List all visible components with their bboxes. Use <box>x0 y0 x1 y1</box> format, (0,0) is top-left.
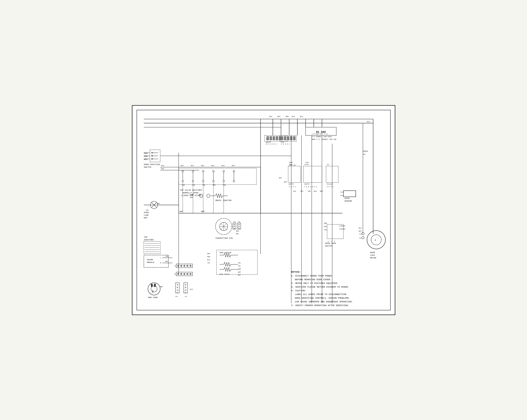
notice-title: NOTICE: <box>291 270 301 273</box>
top-ignitors-label-2: IGNITORS <box>144 239 154 241</box>
blu-motor: BLU <box>359 227 362 229</box>
vio-dls: VIO <box>324 229 327 231</box>
svg-point-104 <box>190 273 191 275</box>
tach-label: TACH <box>289 162 293 163</box>
svg-point-43 <box>192 180 194 182</box>
wire-wht-1: WHT <box>277 115 281 117</box>
pwr-cord-label: PWR CORD <box>148 296 158 299</box>
top-valve-label-1: TOP VALVE SWITCHES <box>180 189 202 191</box>
svg-point-119 <box>185 292 186 293</box>
notice-3: 3. SERVICER PLEASE RETURN DIAGRAM TO RAN… <box>291 286 349 288</box>
locked-label-2: LOCKED <box>339 228 345 230</box>
svg-point-87 <box>238 226 240 227</box>
door-pos-switch-label: DOOR POSITION <box>144 163 160 166</box>
notice-2: 2. REFER ONLY TO FEATURES EQUIPPED. <box>291 282 339 284</box>
svg-point-95 <box>177 265 179 267</box>
tan-label-2: TAN <box>192 184 195 186</box>
wht-bus-label-2: WHT <box>201 210 205 213</box>
red-label-1: RED <box>144 158 147 161</box>
svg-point-97 <box>183 265 185 267</box>
bake-label: 1.0 OHM FAN/ F.S. <box>312 133 328 135</box>
svg-point-134 <box>367 231 385 249</box>
red-bake: RED <box>207 256 210 258</box>
svg-point-117 <box>185 287 186 288</box>
orn-label-1: ORN <box>144 152 147 154</box>
diagram-content: H1 GAS BLK WHT RED BLK BLU P2 8 5 4 <box>138 111 390 309</box>
svg-point-46 <box>202 180 204 182</box>
door-lock-motor-label-2: LOCK <box>370 254 375 256</box>
spark-module-label: SPARK <box>147 258 153 261</box>
svg-point-100 <box>177 273 179 275</box>
dual-valve-label: DUAL VALVE <box>220 273 230 275</box>
wire-blk-2: BLK <box>292 115 295 117</box>
white-p1: WHITE <box>304 183 309 185</box>
wht-dv-2: WHT <box>238 274 241 276</box>
std-label: STD <box>305 162 308 163</box>
notice-4c: CAN CAUSE IMPROPER AND DANGEROUS OPERATI… <box>295 301 353 303</box>
connector-4321-r: 4 3 2 1 <box>327 186 334 187</box>
wht-label-lamp: WHT <box>144 217 147 219</box>
blk-label-7: BLK <box>222 165 225 166</box>
wht-right-1: WHT <box>279 177 282 179</box>
tan-label-3: TAN <box>202 184 205 186</box>
connector-numbering: 8 5 4 3 2 1 <box>265 143 276 145</box>
notice-1b: BEFORE REMOVING WIRE COVER. <box>295 278 331 281</box>
svg-rect-19 <box>284 136 286 140</box>
oxy-label: OXY <box>293 190 296 192</box>
svg-point-96 <box>180 265 182 267</box>
door-lock-sw-label-2: SWITCH <box>325 245 332 247</box>
p3-bottom: P3 <box>176 296 177 297</box>
svg-rect-18 <box>281 136 283 140</box>
notice-4a: LABEL ALL WIRES PRIOR TO DISCONNECTION <box>295 293 346 296</box>
notice-5: 5. VERIFY PROPER OPERATION AFTER SERVICI… <box>291 304 349 307</box>
svg-rect-20 <box>287 136 289 140</box>
red-broil-label-2: RED <box>190 196 193 198</box>
oven-lamp-label-2: LAMP <box>144 214 149 216</box>
svg-point-98 <box>187 265 188 267</box>
svg-rect-22 <box>293 136 295 140</box>
gry-dls: GRY <box>324 226 327 227</box>
svg-point-113 <box>177 287 178 288</box>
svg-point-55 <box>233 180 235 182</box>
svg-point-49 <box>213 180 214 182</box>
connector-4321: 4 3 2 1 <box>289 186 296 187</box>
wht-spark: WHT <box>165 260 168 262</box>
svg-rect-130 <box>343 191 356 197</box>
svg-rect-123 <box>303 166 322 183</box>
tan-label-5: TAN <box>223 184 226 186</box>
door-pos-switch-label-2: SWITCH <box>144 166 151 168</box>
notice-1: 1. DISCONNECT RANGE FROM POWER <box>291 275 332 277</box>
svg-point-50 <box>223 170 224 172</box>
connector-76543: 7 6 5 4 3 2 1 <box>304 186 317 187</box>
red-conv: RED <box>236 230 239 232</box>
spark-module-label-2: MODULE <box>147 261 154 263</box>
svg-point-116 <box>185 284 186 285</box>
tan-right: TAN <box>307 190 310 192</box>
n-terminal: N <box>160 262 161 264</box>
connector-numbering-2: 5 4 3 2 1 <box>281 143 290 145</box>
red-right: RED <box>320 190 323 192</box>
p3-conv: P3 <box>233 221 235 223</box>
wht-right-2: WHT <box>284 181 287 183</box>
bake-label-3: BAKE F.S. CONNECT FAN LOW <box>312 138 336 140</box>
grn-label: GRN <box>160 286 163 288</box>
svg-rect-14 <box>273 136 275 140</box>
svg-point-88 <box>238 228 240 229</box>
connector-white: WHITE <box>266 141 271 143</box>
svg-rect-12 <box>267 136 269 140</box>
svg-point-85 <box>233 228 235 229</box>
dls-pin-3: 3 <box>334 240 335 242</box>
svg-rect-89 <box>217 250 257 274</box>
svg-point-118 <box>185 290 186 291</box>
blk-bottom: BLK <box>190 288 193 290</box>
wiring-diagram: H1 GAS BLK WHT RED BLK BLU P2 8 5 4 <box>132 105 395 315</box>
l-terminal: L <box>160 257 161 258</box>
svg-point-84 <box>233 226 235 227</box>
tan-label-1: TAN <box>182 184 185 186</box>
wht-motor: WHT <box>359 230 362 232</box>
svg-point-112 <box>177 284 178 285</box>
svg-point-99 <box>190 265 191 267</box>
green-label: GREEN <box>363 150 368 152</box>
blk-label-tr: BLK <box>367 120 370 122</box>
svg-point-40 <box>182 180 183 182</box>
